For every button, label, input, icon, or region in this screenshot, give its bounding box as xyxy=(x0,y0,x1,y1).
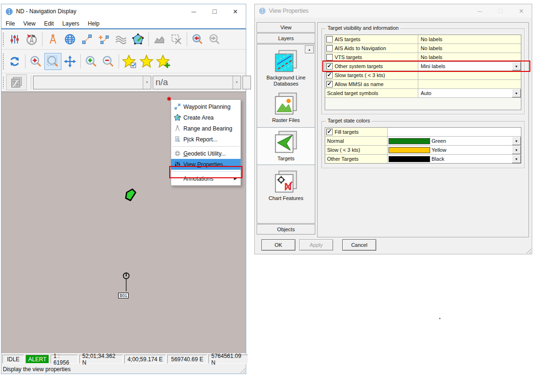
layer-item-background-line-databases[interactable]: Background Line Databases xyxy=(257,49,315,87)
checkbox-fill-targets[interactable] xyxy=(326,129,333,135)
grid-view-button[interactable] xyxy=(6,74,27,90)
profile-chart-button[interactable] xyxy=(151,31,168,48)
tab-view[interactable]: View xyxy=(257,22,315,33)
table-row: Slow targets ( < 3 kts) xyxy=(325,71,521,80)
scale-combobox[interactable]: n/a xyxy=(153,76,241,89)
dropdown-normal-color[interactable] xyxy=(512,137,521,145)
geodetic-button[interactable] xyxy=(61,31,78,48)
map-canvas[interactable]: B01 ✱ Waypoint Planning Create Area Rang… xyxy=(1,92,246,353)
dropdown-other-color[interactable] xyxy=(512,155,521,163)
zoom-center-button[interactable] xyxy=(27,53,44,70)
checkbox-other-system-targets[interactable] xyxy=(326,63,333,70)
waypoint-add-button[interactable] xyxy=(95,31,112,48)
status-message: Display the view properties xyxy=(3,366,70,373)
menu-help[interactable]: Help xyxy=(84,19,104,28)
menu-edit[interactable]: Edit xyxy=(40,19,58,28)
clear-selection-button[interactable] xyxy=(168,31,185,48)
menu-item-create-area[interactable]: Create Area xyxy=(171,112,241,123)
scroll-up-button[interactable]: ▲ xyxy=(305,45,314,53)
status-alert-badge: ALERT xyxy=(26,355,49,364)
group-target-visibility: Target visibility and information AIS ta… xyxy=(321,28,525,114)
table-filler xyxy=(325,98,521,110)
layer-combobox[interactable] xyxy=(33,76,151,89)
range-bearing-button[interactable] xyxy=(44,31,61,48)
buoy-target-label: B01 xyxy=(118,293,129,298)
minimize-button[interactable] xyxy=(183,5,204,18)
toolbar-main xyxy=(1,29,246,50)
ok-button[interactable]: OK xyxy=(261,239,295,251)
background-line-databases-icon xyxy=(274,49,298,73)
menu-item-geodetic-utility[interactable]: Geodetic Utility... xyxy=(171,148,241,159)
status-mode: IDLE xyxy=(2,355,24,364)
toolbar-grip[interactable] xyxy=(2,32,5,46)
menu-item-annotations[interactable]: Annotations ▶ xyxy=(171,173,241,184)
status-scale: 1 : 61956 xyxy=(51,355,78,364)
dialog-titlebar: View Properties xyxy=(255,4,532,17)
chevron-down-icon[interactable] xyxy=(233,76,241,89)
zoom-window-button[interactable] xyxy=(44,53,61,70)
menu-item-pick-report[interactable]: Pick Report... xyxy=(171,134,241,145)
checkbox-ais-targets[interactable] xyxy=(326,36,333,43)
pan-button[interactable] xyxy=(61,53,78,70)
pick-report-icon xyxy=(171,136,183,143)
create-area-button[interactable] xyxy=(130,31,147,48)
submenu-arrow-icon: ▶ xyxy=(234,176,237,181)
checkbox-ais-aids[interactable] xyxy=(326,45,333,52)
close-button[interactable] xyxy=(225,5,246,18)
resize-grip[interactable] xyxy=(239,367,245,373)
bookmark-button[interactable] xyxy=(138,53,155,70)
checkbox-allow-mmsi[interactable] xyxy=(326,81,333,87)
menu-item-waypoint-planning[interactable]: Waypoint Planning xyxy=(171,101,241,112)
menu-layers[interactable]: Layers xyxy=(58,19,84,28)
layer-item-targets-selected[interactable]: Targets xyxy=(257,127,315,165)
table-row: Normal Green xyxy=(325,137,521,146)
dialog-close-button[interactable] xyxy=(511,5,532,17)
menu-item-view-properties[interactable]: View Properties... xyxy=(171,159,241,170)
toolbar-separator xyxy=(42,32,43,46)
zoom-in-button[interactable] xyxy=(83,53,100,70)
status-bar: IDLE ALERT 1 : 61956 52;01;34.362 N 4;00… xyxy=(1,353,246,365)
bookmark-manage-button[interactable] xyxy=(121,53,138,70)
geodetic-utility-icon xyxy=(171,150,183,157)
toolbar-separator xyxy=(148,32,149,46)
measure-line-button[interactable] xyxy=(78,31,95,48)
layer-item-chart-features[interactable]: Chart Features xyxy=(257,169,315,201)
tab-layers[interactable]: Layers xyxy=(257,33,315,44)
cancel-button[interactable]: Cancel xyxy=(342,239,376,251)
tab-objects[interactable]: Objects xyxy=(257,224,315,235)
dropdown-other-system-targets[interactable] xyxy=(512,62,521,70)
view-next-button[interactable] xyxy=(206,31,223,48)
checkbox-slow-targets[interactable] xyxy=(326,72,333,78)
waypoint-planning-icon xyxy=(171,103,183,110)
table-row: Allow MMSI as name xyxy=(325,80,521,89)
view-previous-button[interactable] xyxy=(189,31,206,48)
dropdown-slow-color[interactable] xyxy=(512,146,521,154)
dialog-main-panel: Target visibility and information AIS ta… xyxy=(317,22,529,237)
chevron-down-icon[interactable] xyxy=(143,76,151,89)
toolbar-grip[interactable] xyxy=(2,76,5,89)
dialog-resize-grip[interactable] xyxy=(525,247,531,253)
toolbar-grip[interactable] xyxy=(2,53,5,69)
maximize-button[interactable] xyxy=(204,5,225,18)
status-latitude: 52;01;34.362 N xyxy=(79,355,123,364)
visibility-table: AIS targets No labels AIS Aids to Naviga… xyxy=(325,35,521,110)
menu-item-range-and-bearing[interactable]: Range and Bearing xyxy=(171,123,241,134)
layer-control-button[interactable] xyxy=(6,31,23,48)
parallel-lines-button[interactable] xyxy=(112,31,130,48)
color-swatch-other xyxy=(389,156,430,162)
refresh-button[interactable] xyxy=(6,53,23,70)
compass-button[interactable] xyxy=(23,31,40,48)
dropdown-scaled-target-symbols[interactable] xyxy=(512,89,521,97)
color-swatch-slow xyxy=(389,147,430,153)
dialog-minimize-button[interactable] xyxy=(469,5,490,17)
bookmark-add-button[interactable] xyxy=(155,53,172,70)
zoom-out-button[interactable] xyxy=(100,53,117,70)
status-longitude: 4;00;59.174 E xyxy=(124,355,166,364)
menu-view[interactable]: View xyxy=(19,19,40,28)
menu-file[interactable]: File xyxy=(1,19,19,28)
dialog-left-panel: View Layers ▲ Background Line Databases … xyxy=(257,22,315,235)
checkbox-vts-targets[interactable] xyxy=(326,54,333,61)
layer-item-raster-files[interactable]: Raster Files xyxy=(257,91,315,123)
navigation-display-window: ND - Navigation Display File View Edit L… xyxy=(1,4,246,374)
app-globe-icon xyxy=(5,8,13,16)
